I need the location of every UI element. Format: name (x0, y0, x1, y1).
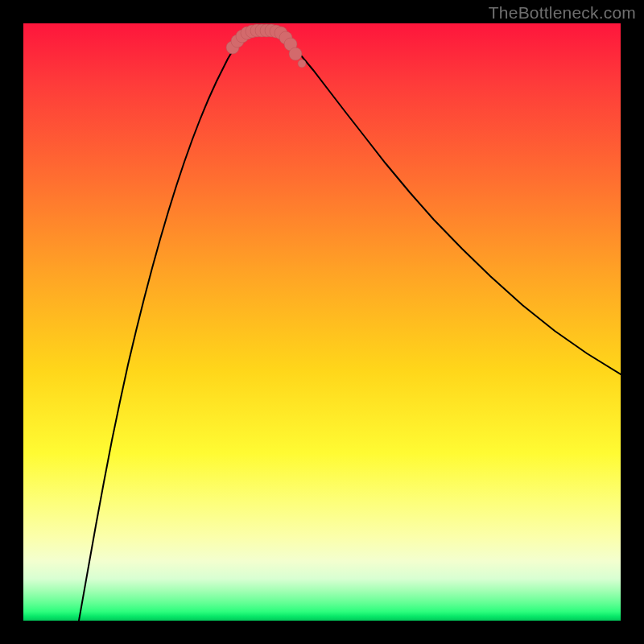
outer-frame: TheBottleneck.com (0, 0, 644, 644)
heat-gradient (23, 23, 621, 621)
watermark-text: TheBottleneck.com (489, 3, 636, 23)
plot-background (23, 23, 621, 621)
